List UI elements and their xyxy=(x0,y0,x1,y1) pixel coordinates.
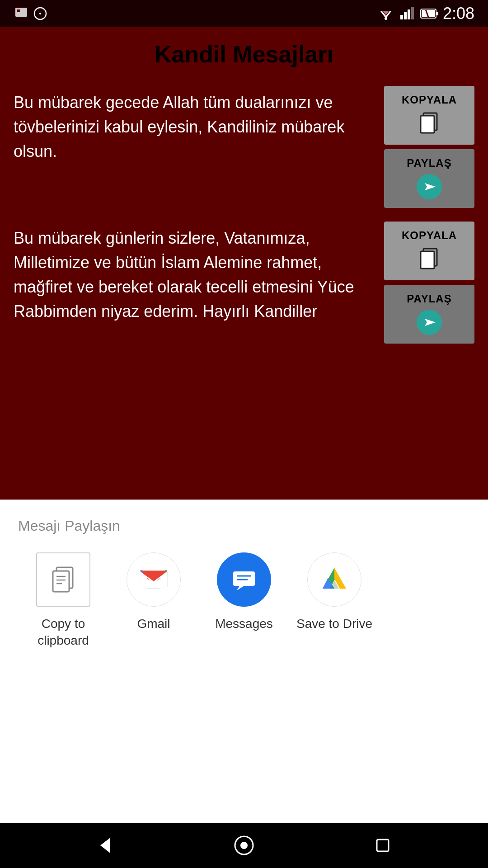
copy-icon-2 xyxy=(416,245,443,273)
svg-rect-0 xyxy=(15,8,27,17)
clipboard-icon xyxy=(36,552,90,607)
back-button[interactable] xyxy=(89,830,121,861)
svg-point-7 xyxy=(385,17,387,20)
share-icon-1 xyxy=(416,173,443,200)
svg-rect-13 xyxy=(436,12,438,15)
status-bar: 2:08 xyxy=(0,0,488,27)
gmail-label: Gmail xyxy=(137,616,170,632)
status-time: 2:08 xyxy=(443,4,474,23)
svg-rect-25 xyxy=(53,571,69,592)
share-sheet-title: Mesajı Paylaşın xyxy=(18,518,470,534)
share-sheet: Mesajı Paylaşın Copy to clipboard xyxy=(0,500,488,676)
svg-rect-9 xyxy=(404,12,407,19)
svg-rect-44 xyxy=(377,840,389,851)
message-row-1: Bu mübarek gecede Allah tüm dualarınızı … xyxy=(14,86,474,208)
drive-icon xyxy=(307,552,361,607)
share-app-gmail[interactable]: Gmail xyxy=(108,552,199,632)
share-button-2[interactable]: PAYLAŞ xyxy=(384,285,474,344)
share-app-messages[interactable]: Messages xyxy=(199,552,289,632)
share-icon-2 xyxy=(416,309,443,336)
svg-point-43 xyxy=(240,842,248,849)
app-title: Kandil Mesajları xyxy=(155,41,333,68)
gmail-icon xyxy=(127,552,181,607)
content-spacer xyxy=(0,676,488,823)
clipboard-label: Copy to clipboard xyxy=(18,616,108,649)
content-area: Bu mübarek gecede Allah tüm dualarınızı … xyxy=(0,77,488,500)
svg-point-3 xyxy=(39,13,41,14)
share-app-clipboard[interactable]: Copy to clipboard xyxy=(18,552,108,649)
share-app-drive[interactable]: Save to Drive xyxy=(289,552,380,632)
svg-rect-32 xyxy=(233,571,255,586)
copy-icon-1 xyxy=(416,110,443,137)
message-row-2: Bu mübarek günlerin sizlere, Vatanımıza,… xyxy=(14,222,474,344)
recent-button[interactable] xyxy=(367,830,399,861)
share-apps-list: Copy to clipboard Gmail xyxy=(18,552,470,649)
svg-rect-8 xyxy=(400,15,403,19)
message-buttons-2: KOPYALA PAYLAŞ xyxy=(384,222,474,344)
home-button[interactable] xyxy=(228,830,260,861)
svg-rect-11 xyxy=(411,7,414,19)
message-buttons-1: KOPYALA PAYLAŞ xyxy=(384,86,474,208)
drive-label: Save to Drive xyxy=(296,616,372,632)
svg-rect-17 xyxy=(421,116,434,133)
alarm-icon xyxy=(33,6,48,21)
signal-icon xyxy=(399,6,416,21)
messages-icon xyxy=(217,552,271,607)
share-button-1[interactable]: PAYLAŞ xyxy=(384,149,474,208)
svg-rect-1 xyxy=(17,9,20,12)
message-text-2: Bu mübarek günlerin sizlere, Vatanımıza,… xyxy=(14,222,375,324)
app-bar: Kandil Mesajları xyxy=(0,27,488,77)
copy-button-2[interactable]: KOPYALA xyxy=(384,222,474,280)
messages-label: Messages xyxy=(215,616,273,632)
svg-rect-10 xyxy=(408,9,410,19)
nav-bar xyxy=(0,823,488,868)
svg-marker-41 xyxy=(100,838,110,853)
copy-button-1[interactable]: KOPYALA xyxy=(384,86,474,145)
wifi-icon xyxy=(377,6,395,21)
battery-icon xyxy=(420,7,438,20)
message-text-1: Bu mübarek gecede Allah tüm dualarınızı … xyxy=(14,86,375,164)
notification-icon xyxy=(14,6,29,21)
svg-rect-21 xyxy=(421,251,434,269)
